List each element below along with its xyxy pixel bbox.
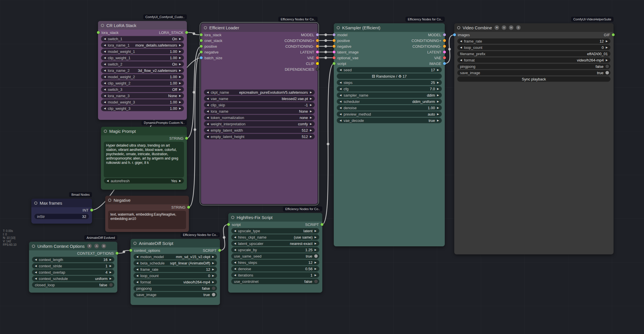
widget-weight-interpretation[interactable]: ◀weight_interpretationcomfy▶ [204, 121, 315, 127]
collapse-toggle-icon[interactable] [34, 201, 37, 205]
input-port-script[interactable] [227, 223, 230, 226]
prompt-textarea[interactable]: Hyper detailed ultra sharp, trending on … [104, 142, 184, 177]
widget-frame-rate[interactable]: ◀frame_rate12▶ [133, 266, 217, 272]
node-title-bar[interactable]: Video Combine✦VHS [454, 23, 614, 32]
increment-arrow-icon[interactable]: ▶ [110, 265, 112, 267]
decrement-arrow-icon[interactable]: ◀ [340, 113, 342, 116]
decrement-arrow-icon[interactable]: ◀ [104, 107, 106, 110]
collapse-toggle-icon[interactable] [231, 216, 234, 219]
output-port-lora-stack[interactable] [185, 31, 188, 34]
decrement-arrow-icon[interactable]: ◀ [104, 57, 106, 59]
node-negative-prompt[interactable]: NegativeSTRINGtext, watermark, embedding… [105, 196, 189, 232]
decrement-arrow-icon[interactable]: ◀ [104, 44, 106, 47]
widget-lora-name-2[interactable]: ◀lora_name_23d_flow_v2.safetensors▶ [101, 68, 184, 73]
output-port-model[interactable] [443, 33, 446, 36]
increment-arrow-icon[interactable]: ▶ [179, 76, 181, 78]
node-video-combine[interactable]: ComfyUI-VideoHelperSuiteVideo Combine✦VH… [454, 23, 614, 254]
widget-denoise[interactable]: ◀denoise1.00▶ [337, 105, 442, 111]
widget-switch-2[interactable]: ◀switch_2On▶ [101, 61, 184, 67]
increment-arrow-icon[interactable]: ▶ [315, 230, 317, 232]
decrement-arrow-icon[interactable]: ◀ [207, 123, 209, 125]
decrement-arrow-icon[interactable]: ◀ [207, 97, 209, 100]
widget-cfg[interactable]: ◀cfg7.0▶ [337, 86, 442, 92]
collapse-toggle-icon[interactable] [133, 242, 137, 245]
widget-context-stride[interactable]: ◀context_stride1▶ [32, 263, 114, 269]
decrement-arrow-icon[interactable]: ◀ [104, 63, 106, 66]
output-port-conditioning[interactable] [316, 39, 319, 42]
decrement-arrow-icon[interactable]: ◀ [104, 95, 106, 97]
increment-arrow-icon[interactable]: ▶ [310, 104, 312, 106]
widget-beta-schedule[interactable]: ◀beta_schedulesqrt_linear (AnimateDiff)▶ [133, 260, 217, 266]
output-port-conditioning[interactable] [316, 45, 319, 48]
increment-arrow-icon[interactable]: ▶ [310, 110, 312, 113]
increment-arrow-icon[interactable]: ▶ [310, 97, 312, 100]
widget-context-length[interactable]: ◀context_length16▶ [32, 257, 114, 262]
increment-arrow-icon[interactable]: ▶ [437, 107, 439, 109]
node-title-bar[interactable]: Max frames [31, 199, 92, 207]
node-title-bar[interactable]: Magic Prompt [101, 127, 187, 135]
input-port-batch-size[interactable] [200, 56, 203, 59]
toggle-knob-icon[interactable] [212, 287, 215, 290]
increment-arrow-icon[interactable]: ▶ [179, 50, 181, 53]
widget-lora-name[interactable]: ◀lora_nameNone▶ [204, 108, 315, 114]
input-port-negative[interactable] [200, 51, 203, 53]
node-graph-canvas[interactable]: ComfyUI_Comfyroll_Custo..CR LoRA Stacklo… [0, 0, 644, 334]
collapse-toggle-icon[interactable] [104, 130, 107, 133]
decrement-arrow-icon[interactable]: ◀ [35, 258, 37, 261]
decrement-arrow-icon[interactable]: ◀ [460, 40, 462, 43]
decrement-arrow-icon[interactable]: ◀ [104, 82, 106, 85]
decrement-arrow-icon[interactable]: ◀ [104, 38, 106, 40]
output-port-conditioning[interactable] [443, 39, 446, 42]
node-magic-prompt[interactable]: DynamicPrompts Custom N..Magic PromptSTR… [101, 127, 187, 190]
output-port-script[interactable] [321, 223, 323, 226]
increment-arrow-icon[interactable]: ▶ [179, 180, 181, 182]
collapse-toggle-icon[interactable] [108, 199, 111, 202]
output-port-vae[interactable] [316, 56, 319, 59]
node-cr-lora-stack[interactable]: ComfyUI_Comfyroll_Custo..CR LoRA Stacklo… [98, 21, 187, 120]
node-efficient-loader[interactable]: Efficiency Nodes for Co..Efficient Loade… [201, 23, 318, 204]
toggle-knob-icon[interactable] [109, 283, 113, 287]
widget-token-normalization[interactable]: ◀token_normalizationnone▶ [204, 115, 315, 120]
toggle-pingpong[interactable]: pingpongfalse [457, 64, 611, 69]
node-max-frames[interactable]: Bmad NodesMax framesINTinStr32 [31, 199, 92, 224]
node-title-bar[interactable]: Negative [105, 196, 189, 204]
decrement-arrow-icon[interactable]: ◀ [340, 69, 342, 71]
prompt-textarea[interactable]: text, watermark, embedding:EasyNeagtive,… [108, 211, 186, 229]
increment-arrow-icon[interactable]: ▶ [315, 236, 317, 239]
increment-arrow-icon[interactable]: ▶ [437, 100, 439, 103]
widget-scheduler[interactable]: ◀schedulerddim_uniform▶ [337, 99, 442, 104]
output-port-model[interactable] [316, 33, 319, 36]
decrement-arrow-icon[interactable]: ◀ [104, 88, 106, 91]
increment-arrow-icon[interactable]: ▶ [179, 88, 181, 91]
decrement-arrow-icon[interactable]: ◀ [104, 101, 106, 103]
toggle-knob-icon[interactable] [314, 280, 318, 283]
decrement-arrow-icon[interactable]: ◀ [207, 129, 209, 132]
output-port-string[interactable] [185, 137, 188, 140]
widget-empty-latent-width[interactable]: ◀empty_latent_width512▶ [204, 127, 315, 133]
output-port-context-options[interactable] [116, 252, 118, 255]
increment-arrow-icon[interactable]: ▶ [179, 44, 181, 47]
decrement-arrow-icon[interactable]: ◀ [460, 46, 462, 49]
input-port-optional-vae[interactable] [333, 56, 336, 59]
decrement-arrow-icon[interactable]: ◀ [207, 91, 209, 94]
increment-arrow-icon[interactable]: ▶ [179, 57, 181, 59]
input-port-latent-image[interactable] [333, 51, 336, 53]
decrement-arrow-icon[interactable]: ◀ [136, 281, 138, 283]
widget-iterations[interactable]: ◀iterations1▶ [231, 272, 319, 278]
decrement-arrow-icon[interactable]: ◀ [136, 262, 138, 264]
widget-instr[interactable]: inStr32 [34, 214, 89, 219]
increment-arrow-icon[interactable]: ▶ [437, 69, 439, 71]
increment-arrow-icon[interactable]: ▶ [212, 256, 214, 258]
increment-arrow-icon[interactable]: ▶ [606, 59, 608, 62]
widget-model-weight-3[interactable]: ◀model_weight_31.00▶ [101, 99, 184, 105]
widget-preview-method[interactable]: ◀preview_methodauto▶ [337, 111, 442, 117]
decrement-arrow-icon[interactable]: ◀ [207, 135, 209, 138]
widget-loop-count[interactable]: ◀loop_count0▶ [133, 273, 217, 279]
input-port-negative[interactable] [333, 45, 336, 48]
widget-lora-name-1[interactable]: ◀lora_name_1more_details.safetensors▶ [101, 42, 184, 48]
widget-upscale-type[interactable]: ◀upscale_typelatent▶ [231, 228, 319, 234]
decrement-arrow-icon[interactable]: ◀ [207, 104, 209, 106]
decrement-arrow-icon[interactable]: ◀ [340, 94, 342, 97]
increment-arrow-icon[interactable]: ▶ [212, 281, 214, 283]
widget-hires-ckpt-name[interactable]: ◀hires_ckpt_name(use same)▶ [231, 234, 319, 240]
